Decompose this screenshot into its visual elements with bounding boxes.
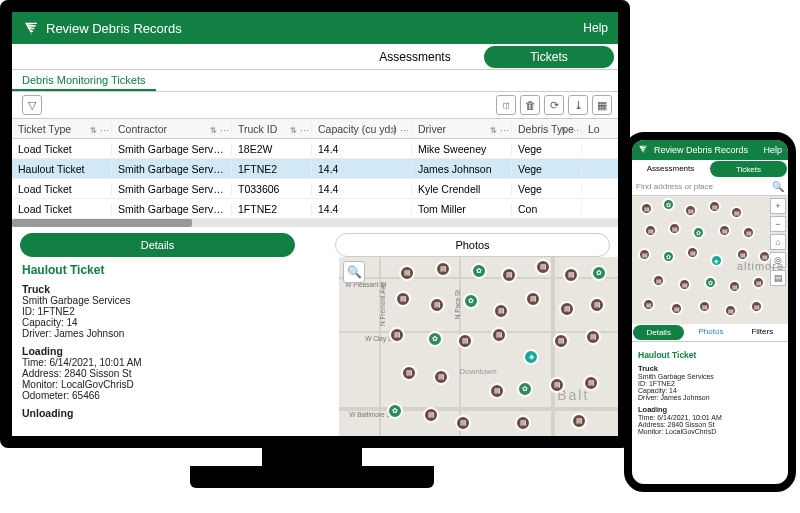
phone-detail-title: Haulout Ticket: [638, 350, 782, 360]
detail-tabs: Details Photos: [20, 233, 610, 257]
phone-dettab-filters[interactable]: Filters: [737, 324, 788, 341]
loading-header: Loading: [22, 345, 329, 357]
col-debris-type[interactable]: Debris Type⇅⋯: [512, 123, 582, 135]
grid-toolbar: ▽ ⎅ 🗑 ⟳ ⤓ ▦: [12, 92, 618, 118]
app-header: Review Debris Records Help: [12, 12, 618, 44]
phone-header: Review Debris Records Help: [632, 140, 788, 160]
tab-assessments[interactable]: Assessments: [350, 44, 480, 69]
phone-mock: Review Debris Records Help Assessments T…: [624, 132, 796, 492]
sub-tabs: Debris Monitoring Tickets: [12, 70, 618, 92]
truck-capacity: Capacity: 14: [22, 317, 329, 328]
table-row[interactable]: Haulout TicketSmith Garbage Services1FTN…: [12, 159, 618, 179]
tab-details[interactable]: Details: [20, 233, 295, 257]
columns-button[interactable]: ⎅: [496, 95, 516, 115]
loading-address: Address: 2840 Sisson St: [22, 368, 329, 379]
main-tabs: Assessments Tickets: [12, 44, 618, 70]
col-capacity[interactable]: Capacity (cu yd.)⇅⋯: [312, 123, 412, 135]
phone-tab-assessments[interactable]: Assessments: [632, 160, 709, 178]
phone-tab-tickets[interactable]: Tickets: [710, 161, 787, 177]
loading-time: Time: 6/14/2021, 10:01 AM: [22, 357, 329, 368]
phone-map-tools: + − ⌂ ◎ ▤: [770, 198, 786, 288]
detail-title: Haulout Ticket: [22, 263, 329, 277]
tab-tickets[interactable]: Tickets: [484, 46, 614, 68]
zoom-out-button[interactable]: −: [770, 216, 786, 232]
phone-help[interactable]: Help: [763, 145, 782, 155]
phone-title: Review Debris Records: [654, 145, 748, 155]
loading-monitor: Monitor: LocalGovChrisD: [22, 379, 329, 390]
truck-contractor: Smith Garbage Services: [22, 295, 329, 306]
phone-map[interactable]: + − ⌂ ◎ ▤ altimore ▤ ✿ ▤ ▤ ▤ ▤ ▤ ✿ ▤ ▤ ▤…: [632, 196, 788, 324]
subtab-debris-monitoring[interactable]: Debris Monitoring Tickets: [12, 70, 156, 91]
table-row[interactable]: Load TicketSmith Garbage Services18E2W14…: [12, 139, 618, 159]
truck-id: ID: 1FTNE2: [22, 306, 329, 317]
tab-photos[interactable]: Photos: [335, 233, 610, 257]
layers-button[interactable]: ▤: [770, 270, 786, 286]
tickets-grid: Ticket Type⇅⋯ Contractor⇅⋯ Truck ID⇅⋯ Ca…: [12, 118, 618, 227]
table-row[interactable]: Load TicketSmith Garbage Services1FTNE21…: [12, 199, 618, 219]
detail-pane: Haulout Ticket Truck Smith Garbage Servi…: [12, 257, 339, 448]
grid-header-row: Ticket Type⇅⋯ Contractor⇅⋯ Truck ID⇅⋯ Ca…: [12, 119, 618, 139]
phone-dettab-details[interactable]: Details: [633, 325, 684, 340]
phone-search[interactable]: Find address or place 🔍: [632, 178, 788, 196]
refresh-button[interactable]: ⟳: [544, 95, 564, 115]
phone-search-placeholder: Find address or place: [636, 182, 713, 191]
table-row[interactable]: Load TicketSmith Garbage ServicesT033606…: [12, 179, 618, 199]
app-title: Review Debris Records: [46, 21, 182, 36]
loading-odometer: Odometer: 65466: [22, 390, 329, 401]
map[interactable]: W Pleasant St N Fremont Ave N Paca St W …: [339, 257, 618, 448]
map-search-button[interactable]: 🔍: [343, 261, 365, 283]
home-button[interactable]: ⌂: [770, 234, 786, 250]
col-truck-id[interactable]: Truck ID⇅⋯: [232, 123, 312, 135]
phone-dettab-photos[interactable]: Photos: [685, 324, 736, 341]
tornado-icon: [22, 19, 40, 37]
layout-button[interactable]: ▦: [592, 95, 612, 115]
phone-detail-pane: Haulout Ticket Truck Smith Garbage Servi…: [632, 342, 788, 439]
delete-button[interactable]: 🗑: [520, 95, 540, 115]
search-icon: 🔍: [772, 181, 784, 192]
filter-button[interactable]: ▽: [22, 95, 42, 115]
col-driver[interactable]: Driver⇅⋯: [412, 123, 512, 135]
truck-driver: Driver: James Johnson: [22, 328, 329, 339]
col-contractor[interactable]: Contractor⇅⋯: [112, 123, 232, 135]
col-ticket-type[interactable]: Ticket Type⇅⋯: [12, 123, 112, 135]
unloading-header: Unloading: [22, 407, 329, 419]
export-button[interactable]: ⤓: [568, 95, 588, 115]
col-overflow[interactable]: Lo: [582, 123, 622, 135]
truck-header: Truck: [22, 283, 329, 295]
zoom-in-button[interactable]: +: [770, 198, 786, 214]
tornado-icon: [638, 144, 650, 156]
help-link[interactable]: Help: [583, 21, 608, 35]
grid-h-scrollbar[interactable]: [12, 219, 618, 227]
